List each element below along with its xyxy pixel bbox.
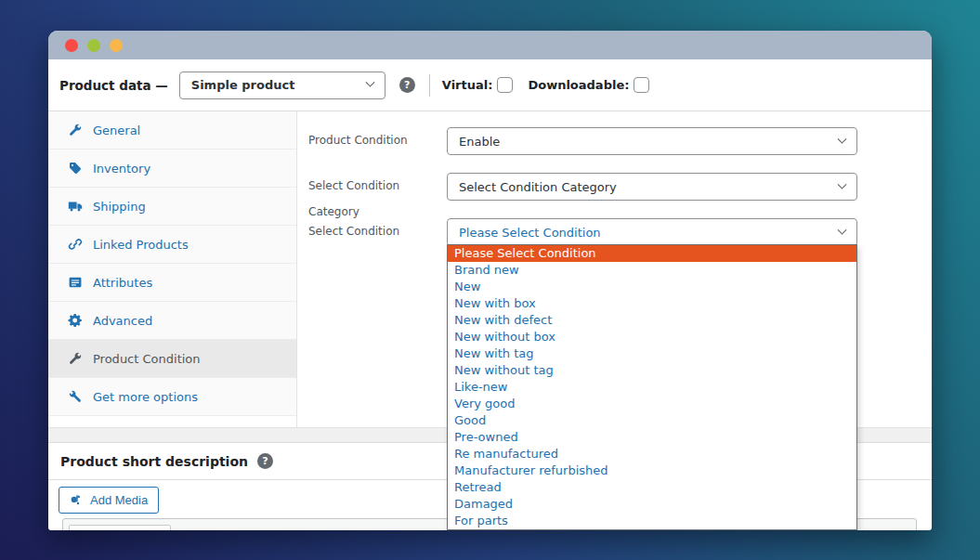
link-icon	[68, 237, 83, 252]
maximize-window-icon[interactable]	[110, 39, 123, 52]
sidebar-item-general[interactable]: General	[48, 111, 296, 150]
condition-dropdown-list: Please Select Condition Brand new New Ne…	[447, 244, 857, 530]
dropdown-option[interactable]: New	[448, 279, 856, 295]
product-condition-panel: Product Condition Enable Select Conditio…	[297, 111, 932, 427]
condition-category-select[interactable]: Select Condition Category	[447, 173, 857, 201]
field-label-condition-category: Select Condition Category	[308, 173, 443, 225]
close-window-icon[interactable]	[65, 39, 78, 52]
list-card-icon	[68, 275, 83, 290]
downloadable-checkbox[interactable]	[634, 77, 649, 93]
plug-wrench-icon	[68, 389, 83, 404]
header-divider	[429, 74, 430, 97]
add-media-button[interactable]: Add Media	[59, 487, 159, 514]
product-data-panel: General Inventory Shipping Linked Produc…	[48, 111, 932, 427]
gear-icon	[68, 313, 83, 328]
dropdown-option[interactable]: Very good	[448, 396, 856, 412]
dropdown-option[interactable]: Please Select Condition	[448, 245, 856, 262]
chevron-down-icon	[838, 134, 847, 143]
dropdown-option[interactable]: Brand new	[448, 262, 856, 279]
help-icon[interactable]: ?	[399, 77, 415, 93]
add-media-label: Add Media	[90, 493, 148, 507]
wrench-icon	[68, 351, 83, 366]
editor-toolbar-dropdown[interactable]	[69, 525, 171, 530]
product-condition-select[interactable]: Enable	[447, 127, 857, 155]
product-data-header: Product data — Simple product ? Virtual:…	[48, 59, 932, 111]
short-description-title: Product short description	[60, 454, 248, 469]
sidebar-item-advanced[interactable]: Advanced	[48, 302, 296, 340]
field-label-product-condition: Product Condition	[308, 127, 443, 153]
sidebar-item-product-condition[interactable]: Product Condition	[48, 340, 296, 378]
dropdown-option[interactable]: Re manufactured	[448, 446, 856, 462]
select-condition-value: Please Select Condition	[459, 226, 601, 240]
dropdown-option[interactable]: New with defect	[448, 312, 856, 329]
sidebar-item-label: Inventory	[93, 162, 150, 176]
sidebar-item-attributes[interactable]: Attributes	[48, 264, 296, 302]
dropdown-option[interactable]: Retread	[448, 479, 856, 496]
dropdown-option[interactable]: New without box	[448, 329, 856, 345]
sidebar-item-label: Attributes	[93, 276, 152, 290]
dropdown-option[interactable]: For parts	[448, 513, 856, 529]
wrench-icon	[68, 123, 83, 137]
sidebar-item-label: Shipping	[93, 200, 146, 214]
truck-icon	[68, 199, 83, 214]
product-type-select[interactable]: Simple product	[179, 72, 385, 99]
dropdown-option[interactable]: New without tag	[448, 362, 856, 379]
virtual-checkbox[interactable]	[497, 77, 513, 93]
sidebar-item-inventory[interactable]: Inventory	[48, 150, 296, 188]
sidebar-item-linked-products[interactable]: Linked Products	[48, 226, 296, 264]
dropdown-option[interactable]: Good	[448, 412, 856, 429]
sidebar-item-label: Linked Products	[93, 238, 189, 252]
select-condition-select[interactable]: Please Select Condition	[447, 218, 857, 246]
app-window: Product data — Simple product ? Virtual:…	[48, 31, 932, 530]
dropdown-option[interactable]: New with tag	[448, 345, 856, 362]
condition-category-value: Select Condition Category	[459, 180, 617, 194]
dropdown-option[interactable]: Manufacturer refurbished	[448, 462, 856, 479]
dropdown-option[interactable]: Damaged	[448, 496, 856, 513]
chevron-down-icon	[365, 78, 374, 87]
sidebar-item-label: General	[93, 124, 140, 137]
sidebar-item-shipping[interactable]: Shipping	[48, 188, 296, 226]
dropdown-option[interactable]: Pre-owned	[448, 429, 856, 446]
product-data-title: Product data —	[59, 78, 168, 93]
chevron-down-icon	[838, 179, 847, 189]
product-type-value: Simple product	[191, 78, 295, 92]
field-label-select-condition: Select Condition	[308, 218, 443, 244]
sidebar-item-label: Product Condition	[93, 352, 201, 366]
chevron-down-icon	[838, 225, 847, 234]
product-data-tabs: General Inventory Shipping Linked Produc…	[48, 111, 297, 427]
minimize-window-icon[interactable]	[87, 39, 100, 52]
sidebar-item-get-more-options[interactable]: Get more options	[48, 378, 296, 416]
media-icon	[70, 493, 84, 507]
virtual-label: Virtual:	[442, 78, 493, 92]
dropdown-option[interactable]: New with box	[448, 295, 856, 312]
product-condition-value: Enable	[459, 135, 500, 149]
dropdown-option[interactable]: Like-new	[448, 379, 856, 396]
help-icon[interactable]: ?	[257, 453, 273, 469]
sidebar-item-label: Advanced	[93, 314, 152, 328]
window-titlebar	[48, 31, 932, 59]
sidebar-item-label: Get more options	[93, 390, 198, 404]
downloadable-label: Downloadable:	[528, 78, 629, 92]
tag-icon	[68, 161, 83, 176]
